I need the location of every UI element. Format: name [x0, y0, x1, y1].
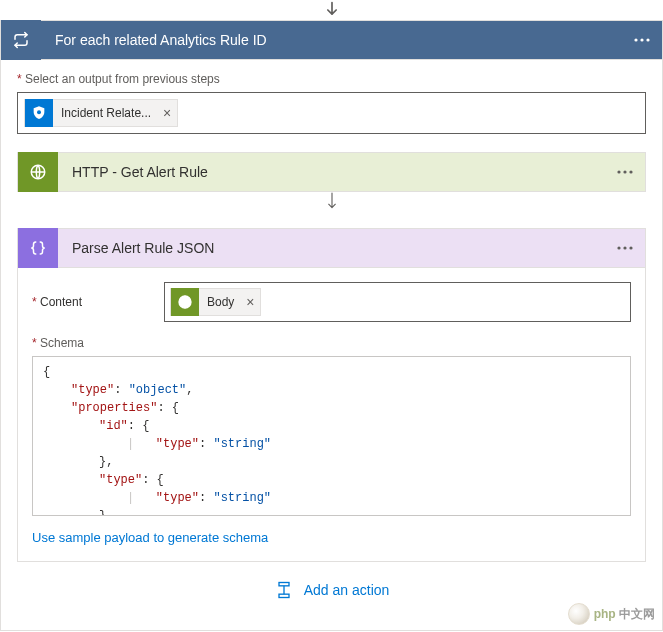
- token-body[interactable]: Body ×: [170, 288, 261, 316]
- svg-rect-13: [279, 594, 289, 597]
- generate-schema-link[interactable]: Use sample payload to generate schema: [32, 530, 631, 545]
- svg-point-2: [646, 38, 649, 41]
- token-remove-icon[interactable]: ×: [240, 294, 260, 310]
- globe-icon: [18, 152, 58, 192]
- add-action-button[interactable]: Add an action: [17, 562, 646, 608]
- braces-icon: [18, 228, 58, 268]
- foreach-header[interactable]: For each related Analytics Rule ID: [0, 20, 663, 60]
- flow-arrow-top: [0, 0, 663, 20]
- svg-point-8: [617, 246, 620, 249]
- svg-point-1: [640, 38, 643, 41]
- token-text: Incident Relate...: [53, 106, 157, 120]
- select-output-label: Select an output from previous steps: [17, 72, 646, 86]
- loop-icon: [1, 20, 41, 60]
- parse-menu-button[interactable]: [605, 228, 645, 268]
- select-output-input[interactable]: Incident Relate... ×: [17, 92, 646, 134]
- svg-point-7: [629, 170, 632, 173]
- parse-title: Parse Alert Rule JSON: [58, 240, 605, 256]
- foreach-body: Select an output from previous steps Inc…: [0, 60, 663, 631]
- add-step-icon: [274, 580, 294, 600]
- parse-body: Content Body × Schema { "type": "object"…: [17, 268, 646, 562]
- add-action-label: Add an action: [304, 582, 390, 598]
- content-label: Content: [32, 295, 152, 309]
- http-menu-button[interactable]: [605, 152, 645, 192]
- schema-label: Schema: [32, 336, 631, 350]
- svg-point-6: [623, 170, 626, 173]
- token-remove-icon[interactable]: ×: [157, 105, 177, 121]
- svg-point-10: [629, 246, 632, 249]
- shield-icon: [25, 99, 53, 127]
- svg-point-5: [617, 170, 620, 173]
- schema-textarea[interactable]: { "type": "object", "properties": { "id"…: [32, 356, 631, 516]
- parse-header[interactable]: Parse Alert Rule JSON: [17, 228, 646, 268]
- http-header[interactable]: HTTP - Get Alert Rule: [17, 152, 646, 192]
- http-title: HTTP - Get Alert Rule: [58, 164, 605, 180]
- svg-rect-12: [279, 583, 289, 586]
- token-text: Body: [199, 295, 240, 309]
- svg-point-3: [37, 110, 41, 114]
- flow-arrow-mid: [17, 192, 646, 228]
- token-incident-related[interactable]: Incident Relate... ×: [24, 99, 178, 127]
- globe-icon: [171, 288, 199, 316]
- foreach-title: For each related Analytics Rule ID: [41, 32, 622, 48]
- content-input[interactable]: Body ×: [164, 282, 631, 322]
- svg-point-9: [623, 246, 626, 249]
- brace: {: [43, 365, 50, 379]
- foreach-menu-button[interactable]: [622, 20, 662, 60]
- svg-point-0: [634, 38, 637, 41]
